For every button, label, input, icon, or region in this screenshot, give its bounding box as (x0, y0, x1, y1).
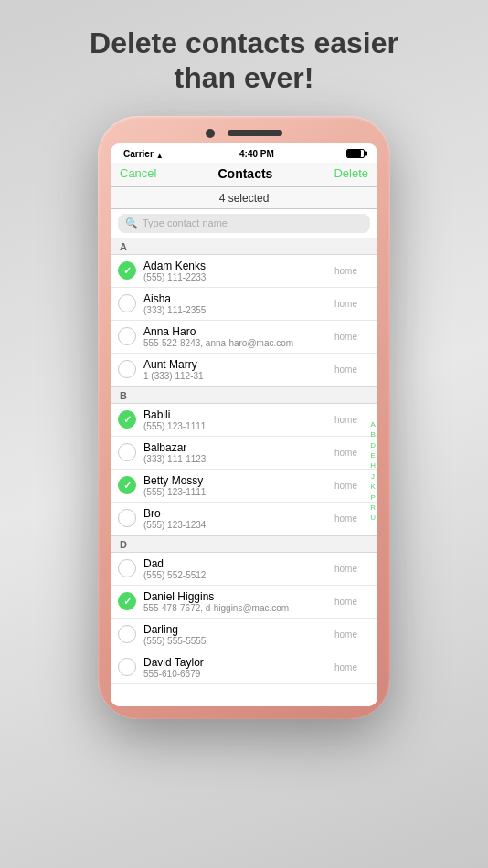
contact-row[interactable]: Balbazar(333) 111-1123home (111, 437, 377, 470)
search-icon: 🔍 (125, 217, 138, 229)
alpha-index[interactable]: ABDEHJKPRU (368, 238, 377, 706)
contact-type: home (334, 630, 357, 640)
contact-detail: (555) 552-5512 (143, 570, 334, 580)
contact-name: Aunt Marry (143, 358, 334, 371)
search-placeholder: Type contact name (143, 217, 228, 228)
contact-type: home (334, 415, 357, 425)
search-input-wrap[interactable]: 🔍 Type contact name (118, 214, 370, 233)
section-header-d: D (111, 535, 377, 553)
alpha-letter-k[interactable]: K (370, 482, 376, 492)
delete-button[interactable]: Delete (334, 166, 368, 180)
contact-checkbox[interactable] (118, 410, 136, 429)
section-header-a: A (111, 238, 377, 255)
contact-checkbox[interactable] (118, 658, 136, 676)
contact-name: Aisha (143, 292, 334, 305)
contact-info: Darling(555) 555-5555 (143, 623, 334, 646)
contact-row[interactable]: Adam Kenks(555) 111-2233home (111, 255, 377, 288)
contact-row[interactable]: Bro(555) 123-1234home (111, 503, 377, 535)
nav-bar: Cancel Contacts Delete (111, 163, 377, 187)
contact-row[interactable]: Darling(555) 555-5555home (111, 619, 377, 651)
contact-type: home (334, 513, 357, 524)
contact-info: Adam Kenks(555) 111-2233 (143, 259, 334, 282)
contact-checkbox[interactable] (118, 443, 136, 461)
contact-name: Darling (143, 623, 334, 636)
contact-detail: (555) 123-1234 (143, 520, 334, 530)
time-label: 4:40 PM (239, 149, 274, 159)
contact-detail: 555-610-6679 (143, 669, 334, 679)
contact-detail: 555-522-8243, anna-haro@mac.com (143, 338, 334, 348)
search-bar: 🔍 Type contact name (111, 209, 377, 238)
selected-count-label: 4 selected (219, 192, 270, 205)
contact-detail: 555-478-7672, d-higgins@mac.com (143, 603, 334, 613)
contact-detail: (333) 111-2355 (143, 305, 334, 315)
contact-type: home (334, 332, 357, 342)
contact-checkbox[interactable] (118, 592, 136, 610)
alpha-letter-e[interactable]: E (370, 451, 376, 460)
contact-checkbox[interactable] (118, 294, 136, 312)
alpha-letter-h[interactable]: H (370, 461, 376, 471)
contact-checkbox[interactable] (118, 509, 136, 527)
contact-name: Balbazar (143, 441, 334, 454)
contact-info: Anna Haro555-522-8243, anna-haro@mac.com (143, 325, 334, 348)
contact-type: home (334, 448, 357, 458)
contact-info: Aunt Marry1 (333) 112-31 (143, 358, 334, 381)
status-bar: Carrier 4:40 PM (111, 143, 377, 163)
contact-checkbox[interactable] (118, 261, 136, 280)
contact-row[interactable]: Betty Mossy(555) 123-1111home (111, 470, 377, 503)
contact-name: Bro (143, 507, 334, 520)
alpha-letter-a[interactable]: A (370, 420, 376, 429)
contact-name: Babili (143, 408, 334, 421)
contact-row[interactable]: Babili(555) 123-1111home (111, 404, 377, 437)
contact-detail: (555) 555-5555 (143, 636, 334, 646)
nav-title: Contacts (217, 166, 272, 181)
carrier-label: Carrier (123, 149, 154, 159)
alpha-letter-j[interactable]: J (370, 472, 376, 482)
contact-row[interactable]: Daniel Higgins555-478-7672, d-higgins@ma… (111, 586, 377, 619)
section-header-b: B (111, 386, 377, 404)
contact-checkbox[interactable] (118, 360, 136, 378)
contact-row[interactable]: Anna Haro555-522-8243, anna-haro@mac.com… (111, 321, 377, 354)
contact-list[interactable]: AAdam Kenks(555) 111-2233homeAisha(333) … (111, 238, 377, 706)
contact-row[interactable]: David Taylor555-610-6679home (111, 651, 377, 684)
contact-detail: (333) 111-1123 (143, 454, 334, 464)
phone-shell: Carrier 4:40 PM Cancel Contacts Delete 4… (98, 116, 390, 719)
contact-checkbox[interactable] (118, 476, 136, 494)
contact-info: Aisha(333) 111-2355 (143, 292, 334, 315)
contact-type: home (334, 266, 357, 276)
contact-type: home (334, 365, 357, 375)
alpha-letter-d[interactable]: D (370, 441, 376, 450)
contact-name: Anna Haro (143, 325, 334, 338)
selected-count-bar: 4 selected (111, 187, 377, 209)
contact-name: Dad (143, 557, 334, 570)
alpha-letter-u[interactable]: U (370, 513, 376, 523)
contact-name: Adam Kenks (143, 259, 334, 272)
contact-checkbox[interactable] (118, 625, 136, 643)
alpha-letter-r[interactable]: R (370, 503, 376, 513)
contact-name: Betty Mossy (143, 474, 334, 487)
cancel-button[interactable]: Cancel (120, 166, 156, 180)
headline: Delete contacts easier than ever! (71, 26, 417, 96)
contact-info: Dad(555) 552-5512 (143, 557, 334, 580)
battery-body (346, 149, 365, 158)
alpha-letter-b[interactable]: B (370, 430, 376, 439)
status-left: Carrier (123, 149, 167, 159)
contact-checkbox[interactable] (118, 559, 136, 577)
contact-detail: (555) 123-1111 (143, 487, 334, 497)
contact-name: David Taylor (143, 656, 334, 669)
contact-type: home (334, 481, 357, 491)
wifi-icon (156, 150, 167, 158)
phone-top-bar (111, 129, 377, 138)
contact-type: home (334, 662, 357, 672)
contact-type: home (334, 564, 357, 574)
phone-screen: Carrier 4:40 PM Cancel Contacts Delete 4… (111, 143, 377, 706)
alpha-letter-p[interactable]: P (370, 493, 376, 503)
contact-name: Daniel Higgins (143, 590, 334, 603)
contact-detail: (555) 123-1111 (143, 421, 334, 431)
battery-fill (347, 150, 361, 157)
contact-type: home (334, 299, 357, 309)
contact-info: Balbazar(333) 111-1123 (143, 441, 334, 464)
contact-row[interactable]: Aunt Marry1 (333) 112-31home (111, 354, 377, 386)
contact-row[interactable]: Aisha(333) 111-2355home (111, 288, 377, 321)
contact-row[interactable]: Dad(555) 552-5512home (111, 553, 377, 586)
contact-checkbox[interactable] (118, 327, 136, 345)
